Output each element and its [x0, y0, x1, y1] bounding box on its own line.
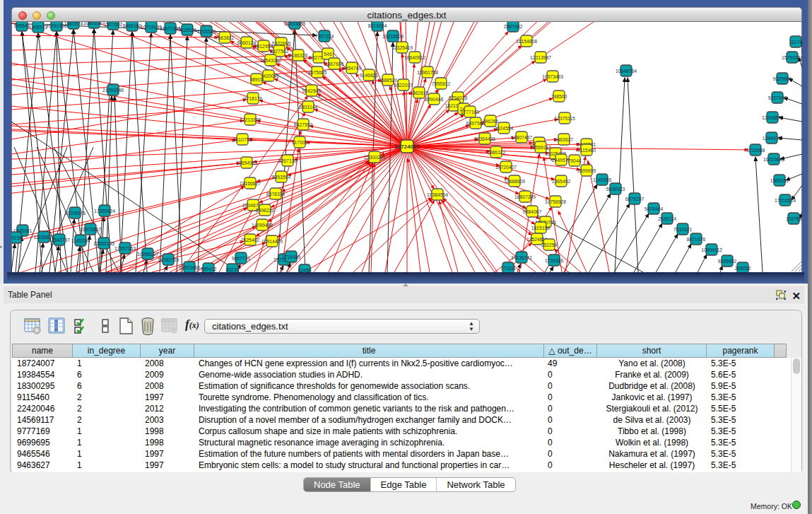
svg-text:7625402: 7625402: [241, 238, 260, 243]
svg-text:14099488: 14099488: [252, 223, 273, 228]
svg-text:16033809: 16033809: [284, 22, 305, 26]
svg-text:8471676: 8471676: [687, 237, 706, 242]
svg-text:8353594: 8353594: [272, 175, 291, 180]
svg-text:16961758: 16961758: [417, 70, 438, 75]
svg-text:10719185: 10719185: [141, 25, 162, 30]
svg-text:11174: 11174: [789, 40, 802, 45]
svg-text:12505135: 12505135: [93, 241, 114, 246]
svg-text:10653267: 10653267: [83, 22, 105, 25]
svg-text:18807249: 18807249: [514, 194, 536, 199]
svg-text:12213389: 12213389: [240, 117, 261, 122]
svg-text:92450: 92450: [298, 268, 312, 273]
svg-text:6879197: 6879197: [625, 197, 645, 201]
svg-text:15751074: 15751074: [782, 55, 802, 60]
svg-text:2887682: 2887682: [504, 24, 523, 29]
svg-text:21053346: 21053346: [102, 88, 124, 93]
svg-text:905541: 905541: [14, 23, 30, 28]
svg-text:39154: 39154: [11, 235, 23, 240]
svg-text:3215958: 3215958: [746, 148, 765, 153]
svg-text:19166827: 19166827: [240, 181, 261, 186]
svg-text:10973493: 10973493: [542, 74, 563, 79]
svg-text:9657771: 9657771: [232, 256, 251, 261]
svg-text:1588520: 1588520: [379, 78, 398, 83]
svg-text:79044: 79044: [568, 158, 582, 163]
svg-text:10654112: 10654112: [701, 247, 722, 252]
svg-text:8322037: 8322037: [394, 83, 413, 88]
svg-text:16154808: 16154808: [516, 39, 537, 44]
svg-text:9084067: 9084067: [523, 209, 542, 214]
svg-text:20206576: 20206576: [64, 211, 86, 216]
svg-text:9115460: 9115460: [577, 148, 596, 153]
svg-text:3675685: 3675685: [308, 70, 327, 75]
svg-text:12375115: 12375115: [554, 116, 575, 121]
svg-text:8660124: 8660124: [237, 40, 257, 45]
svg-text:8912954: 8912954: [254, 44, 273, 49]
svg-text:25300295: 25300295: [364, 155, 385, 160]
svg-text:1405572: 1405572: [29, 25, 48, 30]
svg-text:12923468: 12923468: [179, 265, 200, 270]
svg-text:116753: 116753: [786, 216, 801, 221]
svg-text:15720407: 15720407: [495, 165, 517, 170]
svg-text:746266: 746266: [483, 119, 499, 124]
svg-text:317006: 317006: [292, 140, 308, 145]
svg-text:245052: 245052: [735, 266, 751, 271]
svg-text:8454749: 8454749: [343, 66, 362, 71]
svg-text:19218506: 19218506: [382, 34, 404, 39]
svg-text:748500: 748500: [551, 94, 567, 99]
svg-text:9242845: 9242845: [302, 88, 322, 93]
svg-text:9227342: 9227342: [768, 95, 787, 100]
svg-text:18724007: 18724007: [394, 144, 420, 150]
svg-text:17359924: 17359924: [94, 209, 115, 214]
svg-text:1527602: 1527602: [104, 22, 123, 27]
svg-text:9329966: 9329966: [773, 76, 792, 81]
svg-text:10958107: 10958107: [137, 252, 158, 257]
svg-text:7632621: 7632621: [673, 227, 693, 232]
svg-text:20364436: 20364436: [474, 136, 495, 141]
svg-text:17016514: 17016514: [775, 198, 796, 203]
svg-text:1362615: 1362615: [410, 90, 429, 95]
svg-text:9245652: 9245652: [718, 259, 737, 264]
svg-text:16914479: 16914479: [261, 239, 283, 244]
svg-text:1569291: 1569291: [770, 178, 789, 183]
svg-text:8427552: 8427552: [294, 122, 313, 127]
svg-text:19384554: 19384554: [427, 192, 448, 197]
svg-text:16210643: 16210643: [763, 157, 784, 162]
svg-text:12342737: 12342737: [49, 238, 70, 243]
svg-text:17957263: 17957263: [114, 246, 136, 251]
svg-text:9699695: 9699695: [577, 168, 596, 173]
svg-text:9777169: 9777169: [461, 110, 480, 115]
svg-text:9327502: 9327502: [270, 49, 289, 54]
svg-text:12325419: 12325419: [392, 45, 413, 50]
svg-text:1733426: 1733426: [545, 258, 564, 263]
svg-text:14569117: 14569117: [530, 145, 551, 150]
svg-text:9463627: 9463627: [555, 137, 574, 142]
svg-text:8186328: 8186328: [289, 53, 308, 58]
svg-text:771511: 771511: [500, 266, 516, 271]
svg-text:10648784: 10648784: [616, 69, 637, 74]
svg-text:12213987: 12213987: [530, 55, 551, 60]
svg-text:16640910: 16640910: [404, 55, 425, 60]
svg-text:1244415: 1244415: [763, 136, 782, 141]
svg-text:1365492: 1365492: [552, 179, 571, 184]
svg-text:8990448: 8990448: [425, 97, 444, 102]
svg-text:14136141: 14136141: [511, 255, 532, 260]
svg-text:10688609: 10688609: [504, 179, 525, 184]
svg-text:8578334: 8578334: [266, 192, 286, 197]
svg-text:9474444: 9474444: [645, 206, 664, 211]
svg-text:7955812: 7955812: [432, 81, 451, 86]
svg-text:1145194: 1145194: [71, 238, 90, 243]
svg-text:1610755: 1610755: [233, 137, 252, 142]
svg-text:252254: 252254: [541, 243, 558, 247]
svg-text:8813054: 8813054: [368, 23, 387, 28]
svg-text:10807487: 10807487: [511, 135, 532, 140]
svg-text:3716485: 3716485: [282, 255, 301, 259]
svg-text:83234: 83234: [226, 267, 240, 272]
svg-text:546: 546: [324, 52, 332, 57]
svg-text:3267130: 3267130: [278, 158, 298, 163]
svg-text:7357224: 7357224: [315, 34, 334, 39]
svg-text:19654985: 19654985: [236, 160, 257, 165]
svg-text:98901: 98901: [250, 77, 264, 82]
svg-text:3624554: 3624554: [495, 126, 514, 131]
svg-text:16543382: 16543382: [260, 58, 281, 63]
svg-text:5938923: 5938923: [606, 187, 625, 192]
